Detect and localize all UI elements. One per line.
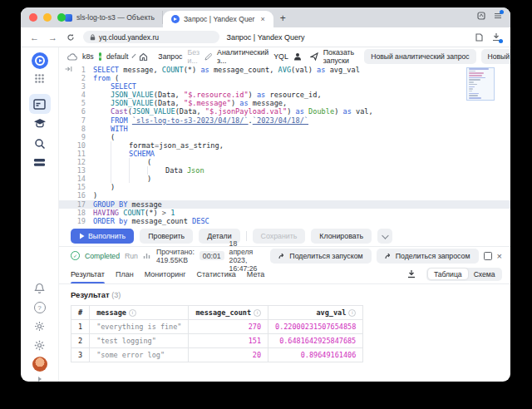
browser-tab-objects[interactable]: sls-log-to-s3 — Объекть <box>57 11 163 24</box>
code-line-4[interactable]: 4JSON_VALUE(Data, "$.resource.id") as re… <box>59 91 510 99</box>
clone-button[interactable]: Клонировать <box>311 229 372 244</box>
column-header-message[interactable]: messagei <box>90 306 189 320</box>
run-status-bar: ✓ Completed Run Прочитано: 419.55KB 00:0… <box>59 246 510 264</box>
result-tab-статистика[interactable]: Статистика <box>197 264 236 283</box>
cloud-name[interactable]: k8s <box>82 52 94 61</box>
apps-grid-icon[interactable] <box>21 73 58 84</box>
code-line-10[interactable]: 10format=json_as_string, <box>59 141 510 150</box>
new-tab-button[interactable]: + <box>280 12 286 24</box>
nav-queries[interactable]: Запрос <box>158 52 182 61</box>
line-number: 16 <box>59 191 93 200</box>
billing-icon[interactable] <box>21 158 58 167</box>
expand-panel-button[interactable] <box>484 252 492 260</box>
view-table-option[interactable]: Таблица <box>428 269 468 279</box>
result-tab-мета[interactable]: Мета <box>247 264 264 283</box>
sql-editor[interactable]: 1SELECT message, COUNT(*) as message_cou… <box>59 66 510 225</box>
code-line-7[interactable]: 7FROM `sls-log-to-s3-2023/04/18/`.`2023/… <box>59 116 510 125</box>
line-number: 15 <box>59 183 93 191</box>
download-results-icon[interactable] <box>407 269 416 278</box>
table-row[interactable]: 3"some error log"200.89649161406 <box>71 348 363 362</box>
browser-window: sls-log-to-s3 — Объекть Запрос | Yandex … <box>21 7 510 382</box>
table-row[interactable]: 2"test logging"1510.6481642925847685 <box>71 334 363 348</box>
code-line-18[interactable]: 18HAVING COUNT(*) > 1 <box>59 209 510 217</box>
code-line-12[interactable]: 12( <box>59 158 510 166</box>
line-number: 3 <box>59 82 93 91</box>
address-bar[interactable]: yq.cloud.yandex.ru <box>83 31 219 43</box>
browser-menu-icon[interactable] <box>494 12 502 20</box>
settings-gear-icon[interactable] <box>21 340 58 351</box>
code-line-19[interactable]: 19ORDER by message_count DESC <box>59 217 510 225</box>
run-button[interactable]: Выполнить <box>71 229 134 244</box>
code-line-15[interactable]: 15) <box>59 183 510 191</box>
yandex-cloud-favicon <box>65 14 72 22</box>
code-line-17[interactable]: 17GROUP BY message <box>59 200 510 209</box>
query-editor-icon[interactable] <box>21 94 58 114</box>
code-line-13[interactable]: 13Data Json <box>59 166 510 175</box>
result-tab-результат[interactable]: Результат <box>71 264 105 283</box>
yandex-query-logo[interactable] <box>21 52 58 69</box>
expand-panel-icon[interactable] <box>65 66 72 72</box>
search-icon[interactable] <box>21 138 58 150</box>
code-line-6[interactable]: 6Cast(JSON_VALUE(Data, "$.jsonPayload.va… <box>59 107 510 116</box>
forward-button[interactable]: → <box>48 32 57 42</box>
clone-dropdown-button[interactable] <box>377 229 392 244</box>
info-icon: i <box>129 309 136 317</box>
code-line-5[interactable]: 5JSON_VALUE(Data, "$.message") as messag… <box>59 99 510 107</box>
home-icon[interactable] <box>139 52 148 62</box>
result-tab-мониторинг[interactable]: Мониторинг <box>145 264 186 283</box>
downloads-icon[interactable] <box>492 32 500 42</box>
user-icon <box>293 52 302 61</box>
side-panel-icon[interactable] <box>475 33 483 42</box>
release-notes-icon[interactable] <box>21 321 58 332</box>
zoom-window-button[interactable] <box>57 13 66 22</box>
new-stream-query-button[interactable]: Новый потоковый запрос <box>481 49 510 64</box>
code-line-14[interactable]: 14) <box>59 175 510 183</box>
user-avatar[interactable] <box>21 357 58 372</box>
code-line-16[interactable]: 16) <box>59 191 510 200</box>
chart-icon[interactable] <box>143 252 151 259</box>
result-title: Результат <box>71 290 110 299</box>
folder-select[interactable]: default <box>106 52 128 61</box>
count-cell: 20 <box>189 348 268 362</box>
code-line-8[interactable]: 8WITH <box>59 125 510 133</box>
share-query-button[interactable]: Поделиться запросом <box>377 249 479 264</box>
show-runs-link[interactable]: Показать запуски <box>323 48 354 65</box>
chevron-down-icon[interactable] <box>132 54 136 58</box>
close-window-button[interactable] <box>29 13 37 22</box>
share-run-button[interactable]: Поделиться запуском <box>270 249 371 264</box>
education-icon[interactable] <box>21 118 58 128</box>
tab-close-icon[interactable]: × <box>260 15 264 23</box>
code-line-1[interactable]: 1SELECT message, COUNT(*) as message_cou… <box>59 66 510 74</box>
help-icon[interactable]: ? <box>21 302 58 313</box>
update-dot <box>500 10 504 14</box>
collapse-arrow-icon[interactable] <box>21 376 58 382</box>
back-button[interactable]: ← <box>30 32 39 42</box>
close-panel-icon[interactable]: × <box>497 251 502 261</box>
reload-icon[interactable] <box>66 33 75 42</box>
table-row[interactable]: 1"everything is fine"2700.22000231507654… <box>71 320 363 334</box>
count-cell: 151 <box>189 334 268 348</box>
column-header-avg_val[interactable]: avg_vali <box>268 306 363 320</box>
code-line-2[interactable]: 2from ( <box>59 74 510 82</box>
result-tab-план[interactable]: План <box>116 264 134 283</box>
query-name[interactable]: Без и... <box>188 48 200 65</box>
minimize-window-button[interactable] <box>43 13 52 22</box>
validate-button[interactable]: Проверить <box>140 229 193 244</box>
tab-search-icon[interactable] <box>477 12 485 20</box>
notifications-bell-icon[interactable] <box>21 283 58 294</box>
code-line-9[interactable]: 9( <box>59 133 510 141</box>
result-count: (3) <box>111 291 121 299</box>
code-line-3[interactable]: 3SELECT <box>59 82 510 91</box>
code-line-11[interactable]: 11SCHEMA <box>59 150 510 158</box>
view-schema-option[interactable]: Схема <box>468 269 501 279</box>
run-state: Completed <box>85 252 120 260</box>
column-header-message_count[interactable]: message_counti <box>189 306 268 320</box>
pencil-icon[interactable] <box>204 53 212 61</box>
run-duration: 00:01 <box>200 251 224 260</box>
minimap[interactable] <box>469 68 492 121</box>
query-type[interactable]: Аналитический з... <box>217 48 268 65</box>
browser-tab-query[interactable]: Запрос | Yandex Quer × <box>163 11 273 27</box>
tab-title: Запрос | Yandex Quer <box>184 15 255 23</box>
column-header-#[interactable]: # <box>71 306 90 320</box>
new-analytic-query-button[interactable]: Новый аналитический запрос <box>364 49 475 64</box>
